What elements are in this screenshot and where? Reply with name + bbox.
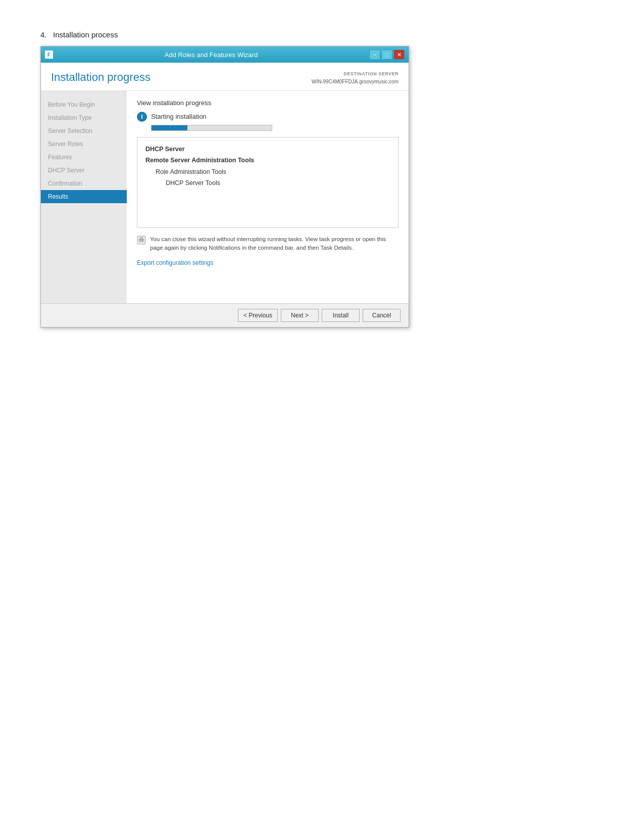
step-title-text: Installation process xyxy=(53,30,118,39)
next-button[interactable]: Next > xyxy=(281,309,319,322)
step-label: 4. Installation process xyxy=(40,30,604,39)
progress-bar-container xyxy=(151,125,399,131)
cancel-button[interactable]: Cancel xyxy=(363,309,401,322)
sidebar-item-dhcp-server[interactable]: DHCP Server xyxy=(41,164,127,177)
title-bar-text: Add Roles and Features Wizard xyxy=(53,51,369,59)
destination-label: DESTINATION SERVER xyxy=(312,71,399,78)
features-box: DHCP Server Remote Server Administration… xyxy=(137,137,399,228)
info-icon: i xyxy=(137,112,147,122)
minimize-button[interactable]: − xyxy=(369,50,380,60)
sidebar-item-server-roles[interactable]: Server Roles xyxy=(41,137,127,151)
restore-button[interactable]: □ xyxy=(381,50,392,60)
close-button[interactable]: ✕ xyxy=(393,50,405,60)
wizard-main: Before You Begin Installation Type Serve… xyxy=(41,91,409,303)
destination-server-name: WIN-99C4M0FFDJA.groovymusic.com xyxy=(312,78,399,85)
sidebar-item-server-selection[interactable]: Server Selection xyxy=(41,124,127,137)
feature-dhcp-server-tools: DHCP Server Tools xyxy=(166,177,390,189)
svg-rect-3 xyxy=(140,238,143,239)
svg-rect-0 xyxy=(137,236,145,244)
wizard-window: F Add Roles and Features Wizard − □ ✕ In… xyxy=(40,46,409,328)
progress-status-row: i Starting installation xyxy=(137,112,399,122)
feature-dhcp-server: DHCP Server xyxy=(145,144,390,155)
title-bar-controls: − □ ✕ xyxy=(369,50,405,60)
wizard-content: View installation progress i Starting in… xyxy=(127,91,409,303)
wizard-header: Installation progress DESTINATION SERVER… xyxy=(41,63,409,91)
progress-bar-fill xyxy=(152,125,187,130)
title-bar: F Add Roles and Features Wizard − □ ✕ xyxy=(41,47,409,63)
sidebar-item-confirmation[interactable]: Confirmation xyxy=(41,177,127,190)
previous-button[interactable]: < Previous xyxy=(238,309,278,322)
sidebar-item-installation-type[interactable]: Installation Type xyxy=(41,111,127,124)
feature-remote-admin-tools: Remote Server Administration Tools xyxy=(145,155,390,166)
wizard-body: Installation progress DESTINATION SERVER… xyxy=(41,63,409,327)
wizard-title: Installation progress xyxy=(51,71,151,84)
wizard-footer: < Previous Next > Install Cancel xyxy=(41,303,409,327)
page-container: 4. Installation process F Add Roles and … xyxy=(0,0,644,358)
progress-section-title: View installation progress xyxy=(137,99,399,107)
notification-text: You can close this wizard without interr… xyxy=(150,235,399,253)
wizard-sidebar: Before You Begin Installation Type Serve… xyxy=(41,91,127,303)
notification-row: You can close this wizard without interr… xyxy=(137,235,399,253)
destination-server-info: DESTINATION SERVER WIN-99C4M0FFDJA.groov… xyxy=(312,71,399,85)
sidebar-item-before-you-begin[interactable]: Before You Begin xyxy=(41,98,127,111)
export-link[interactable]: Export configuration settings xyxy=(137,259,213,266)
step-number: 4. xyxy=(40,30,47,39)
progress-bar-track xyxy=(151,125,272,131)
svg-rect-1 xyxy=(139,239,144,240)
install-button[interactable]: Install xyxy=(322,309,360,322)
progress-status-text: Starting installation xyxy=(151,113,207,120)
sidebar-item-features[interactable]: Features xyxy=(41,151,127,164)
svg-rect-2 xyxy=(139,241,144,242)
notification-icon xyxy=(137,236,146,245)
app-icon: F xyxy=(45,51,53,59)
feature-role-admin-tools: Role Administration Tools xyxy=(156,166,390,178)
sidebar-item-results[interactable]: Results xyxy=(41,190,127,203)
